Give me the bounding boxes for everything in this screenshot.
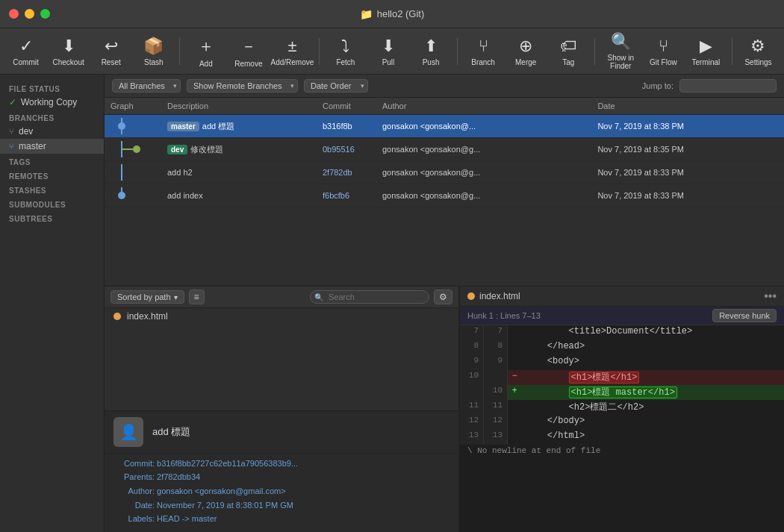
stash-button[interactable]: 📦 Stash	[134, 31, 173, 72]
file-search-input[interactable]	[310, 290, 429, 304]
reset-label: Reset	[102, 58, 121, 66]
line-num-new: 11	[484, 400, 508, 415]
diff-line: 1313 </html>	[460, 430, 784, 445]
reset-icon: ↩	[105, 37, 118, 56]
diff-line-code: </html>	[521, 430, 784, 445]
line-num-new: 13	[484, 430, 508, 445]
title-text: hello2 (Git)	[377, 8, 425, 19]
commit-hash-cell: 0b95516	[317, 138, 376, 161]
diff-more-button[interactable]: •••	[764, 290, 777, 303]
file-name: index.html	[127, 311, 168, 322]
sidebar-item-working-copy[interactable]: ✓ Working Copy	[0, 95, 104, 110]
sidebar-item-dev[interactable]: ⑂ dev	[0, 124, 104, 139]
branch-filter-wrap[interactable]: All Branches master dev	[112, 79, 181, 93]
diff-line: 10+ <h1>標題 master</h1>	[460, 385, 784, 400]
view-toggle-button[interactable]: ≡	[189, 290, 205, 304]
file-search-wrap[interactable]	[310, 290, 429, 304]
line-num-new: 7	[484, 325, 508, 340]
window-controls[interactable]	[9, 9, 50, 19]
settings-label: Settings	[744, 58, 771, 66]
addremove-button[interactable]: ± Add/Remove	[271, 31, 313, 72]
file-settings-button[interactable]: ⚙	[434, 290, 452, 304]
line-num-new: 8	[484, 340, 508, 355]
sidebar-item-master[interactable]: ⑂ master	[0, 139, 104, 154]
show-in-finder-button[interactable]: 🔍 Show in Finder	[601, 31, 641, 72]
parents-row: Parents: 2f782dbb34	[113, 470, 449, 484]
diff-line-marker: +	[508, 385, 521, 400]
date-filter-select[interactable]: Date Order Topo Order	[304, 79, 368, 93]
jump-to-input[interactable]	[679, 79, 777, 93]
line-num-old: 13	[460, 430, 484, 445]
sort-by-path-label: Sorted by path	[117, 292, 171, 301]
add-button[interactable]: ＋ Add	[186, 31, 225, 72]
commit-hash-cell: f6bcfb6	[317, 184, 376, 207]
diff-header: index.html •••	[460, 287, 784, 307]
branch-filter-select[interactable]: All Branches master dev	[112, 79, 181, 93]
diff-line-numbers: 10	[460, 370, 508, 385]
diff-line-code: <h1>標題 master</h1>	[521, 385, 784, 400]
merge-icon: ⊕	[519, 37, 532, 56]
diff-line-code: </body>	[521, 415, 784, 430]
branch-button[interactable]: ⑂ Branch	[464, 31, 503, 72]
checkout-label: Checkout	[52, 58, 84, 66]
tag-button[interactable]: 🏷 Tag	[549, 31, 588, 72]
toolbar-separator-5	[732, 38, 732, 65]
addremove-label: Add/Remove	[271, 58, 314, 66]
terminal-button[interactable]: ▶ Terminal	[686, 31, 726, 72]
pull-button[interactable]: ⬇ Pull	[368, 31, 408, 72]
diff-line-marker	[508, 340, 521, 355]
author-label: Author:	[113, 484, 155, 498]
fetch-button[interactable]: ⤵ Fetch	[326, 31, 365, 72]
table-row[interactable]: add indexf6bcfb6gonsakon <gonsakon@g...N…	[105, 184, 784, 207]
stashes-section: STASHES	[0, 182, 104, 196]
commit-button[interactable]: ✓ Commit	[6, 31, 46, 72]
diff-line-code: <title>Document</title>	[521, 325, 784, 340]
git-flow-label: Git Flow	[650, 58, 677, 66]
push-button[interactable]: ⬆ Push	[411, 31, 451, 72]
list-item[interactable]: index.html	[105, 308, 458, 325]
settings-button[interactable]: ⚙ Settings	[738, 31, 778, 72]
merge-button[interactable]: ⊕ Merge	[506, 31, 546, 72]
reverse-hunk-button[interactable]: Reverse hunk	[712, 309, 777, 322]
checkout-button[interactable]: ⬇ Checkout	[49, 31, 88, 72]
minimize-button[interactable]	[25, 9, 34, 19]
graph-cell	[105, 115, 161, 138]
table-row[interactable]: dev修改標題0b95516gonsakon <gonsakon@g...Nov…	[105, 138, 784, 161]
date-label: Date:	[113, 498, 155, 513]
table-row[interactable]: masteradd 標題b316f8bgonsakon <gonsakon@..…	[105, 115, 784, 138]
submodules-section: SUBMODULES	[0, 196, 104, 210]
svg-point-7	[118, 192, 125, 199]
close-button[interactable]	[9, 9, 19, 19]
remove-button[interactable]: － Remove	[228, 31, 268, 72]
parents-value[interactable]: 2f782dbb34	[157, 472, 200, 481]
commit-meta: Commit: b316f8bb2727c62eb11a79056383b9..…	[105, 454, 458, 532]
addremove-icon: ±	[287, 37, 296, 56]
remote-filter-select[interactable]: Show Remote Branches Hide Remote Branche…	[187, 79, 298, 93]
toolbar-separator-3	[457, 38, 458, 65]
line-num-old: 8	[460, 340, 484, 355]
branch-tag: dev	[167, 145, 187, 154]
date-row: Date: November 7, 2019 at 8:38:01 PM GM	[113, 498, 449, 513]
tag-icon: 🏷	[560, 37, 576, 56]
tag-label: Tag	[562, 58, 574, 66]
line-num-new: 10	[484, 385, 508, 400]
line-num-old: 7	[460, 325, 484, 340]
maximize-button[interactable]	[40, 9, 50, 19]
col-author: Author	[376, 98, 591, 115]
col-date: Date	[591, 98, 784, 115]
commit-description: 修改標題	[190, 145, 223, 154]
diff-line: 99 <body>	[460, 355, 784, 370]
diff-line-numbers: 88	[460, 340, 508, 355]
hunk-label: Hunk 1 : Lines 7–13	[467, 311, 541, 320]
labels-label: Labels:	[113, 512, 155, 526]
commit-description: add h2	[167, 168, 193, 177]
fetch-label: Fetch	[336, 58, 355, 66]
commit-description: add 標題	[202, 122, 234, 131]
table-row[interactable]: add h22f782dbgonsakon <gonsakon@g...Nov …	[105, 161, 784, 184]
git-flow-button[interactable]: ⑂ Git Flow	[644, 31, 683, 72]
date-filter-wrap[interactable]: Date Order Topo Order	[304, 79, 368, 93]
reset-button[interactable]: ↩ Reset	[91, 31, 131, 72]
checkout-icon: ⬇	[62, 37, 75, 56]
remote-filter-wrap[interactable]: Show Remote Branches Hide Remote Branche…	[187, 79, 298, 93]
sort-by-path-button[interactable]: Sorted by path ▾	[111, 290, 184, 304]
